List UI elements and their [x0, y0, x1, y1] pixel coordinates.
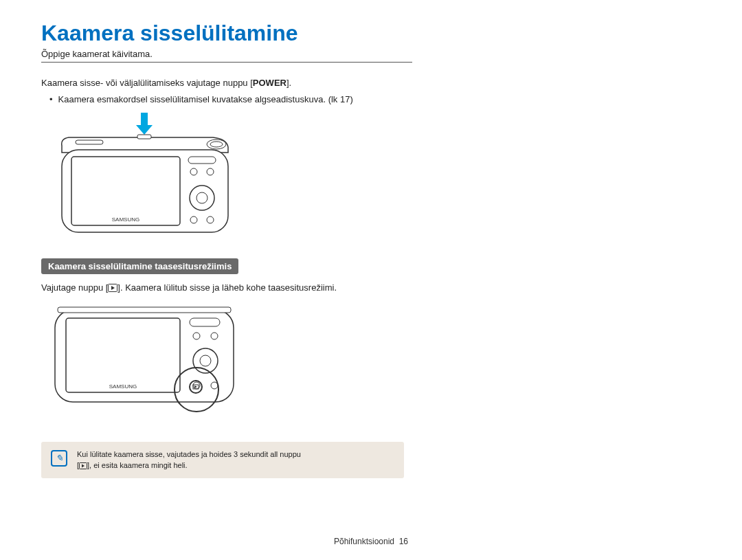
svg-rect-0	[137, 135, 151, 139]
footer-section: Põhifunktsioonid	[334, 537, 394, 546]
intro-bullet-text: Kaamera esmakordsel sisselülitamisel kuv…	[58, 93, 353, 107]
page-footer: Põhifunktsioonid 16	[0, 537, 742, 546]
intro-post: ].	[286, 78, 291, 88]
page-subtitle: Õppige kaamerat käivitama.	[41, 49, 412, 59]
note-box: ✎ Kui lülitate kaamera sisse, vajutades …	[41, 442, 404, 478]
note-text: Kui lülitate kaamera sisse, vajutades ja…	[77, 449, 301, 471]
svg-text:SAMSUNG: SAMSUNG	[112, 216, 139, 223]
svg-text:SAMSUNG: SAMSUNG	[109, 383, 137, 390]
svg-rect-16	[58, 307, 231, 313]
power-label: POWER	[253, 78, 286, 88]
playback-pre: Vajutage nuppu [	[41, 282, 108, 293]
svg-rect-5	[71, 157, 180, 225]
title-rule	[41, 62, 412, 63]
svg-rect-17	[66, 318, 180, 392]
svg-point-1	[207, 139, 226, 149]
camera-back-figure: SAMSUNG	[41, 300, 412, 434]
note-line2-post: ], ei esita kaamera mingit heli.	[87, 461, 188, 469]
playback-section-label: Kaamera sisselülitamine taasesitusrežiim…	[41, 258, 238, 274]
footer-page: 16	[399, 537, 408, 546]
playback-post: ]. Kaamera lülitub sisse ja läheb kohe t…	[117, 282, 337, 293]
note-line1: Kui lülitate kaamera sisse, vajutades ja…	[77, 450, 301, 458]
play-icon	[108, 284, 117, 292]
intro-line: Kaamera sisse- või väljalülitamiseks vaj…	[41, 76, 412, 90]
note-icon: ✎	[51, 450, 67, 467]
intro-pre: Kaamera sisse- või väljalülitamiseks vaj…	[41, 78, 253, 88]
play-icon	[79, 462, 87, 469]
camera-top-figure: SAMSUNG	[41, 111, 412, 245]
playback-line: Vajutage nuppu []. Kaamera lülitub sisse…	[41, 281, 412, 295]
page-title: Kaamera sisselülitamine	[41, 21, 412, 46]
intro-bullet: • Kaamera esmakordsel sisselülitamisel k…	[49, 93, 412, 107]
bullet-dot: •	[49, 93, 53, 107]
